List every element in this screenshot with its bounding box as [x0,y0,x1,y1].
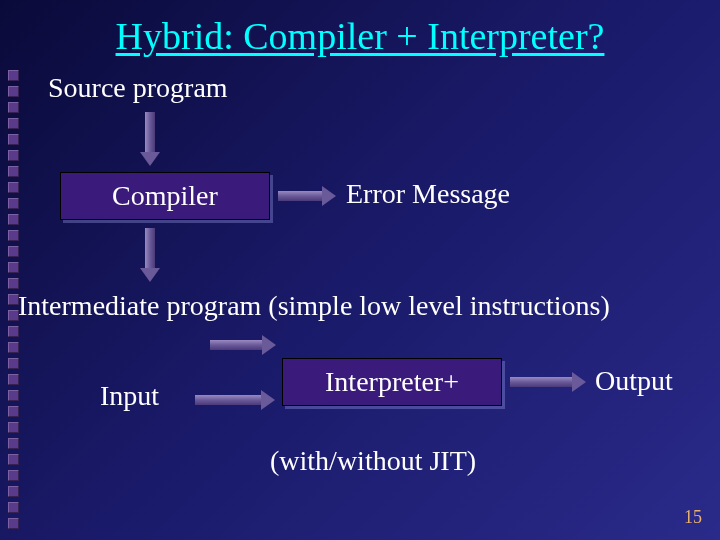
arrow-compiler-to-error [278,186,336,206]
box-compiler: Compiler [60,172,270,220]
arrow-source-to-compiler [145,112,160,166]
label-jit-note: (with/without JIT) [270,445,476,477]
label-error-message: Error Message [346,178,510,210]
label-intermediate-program: Intermediate program (simple low level i… [18,290,610,322]
arrow-interpreter-to-output [510,372,586,392]
label-output: Output [595,365,673,397]
label-source-program: Source program [48,72,228,104]
slide-number: 15 [684,507,702,528]
box-interpreter: Interpreter+ [282,358,502,406]
slide-title: Hybrid: Compiler + Interpreter? [0,0,720,58]
arrow-compiler-to-intermediate [145,228,160,282]
arrow-intermediate-to-interpreter [210,335,276,355]
label-input: Input [100,380,159,412]
arrow-input-to-interpreter [195,390,275,410]
